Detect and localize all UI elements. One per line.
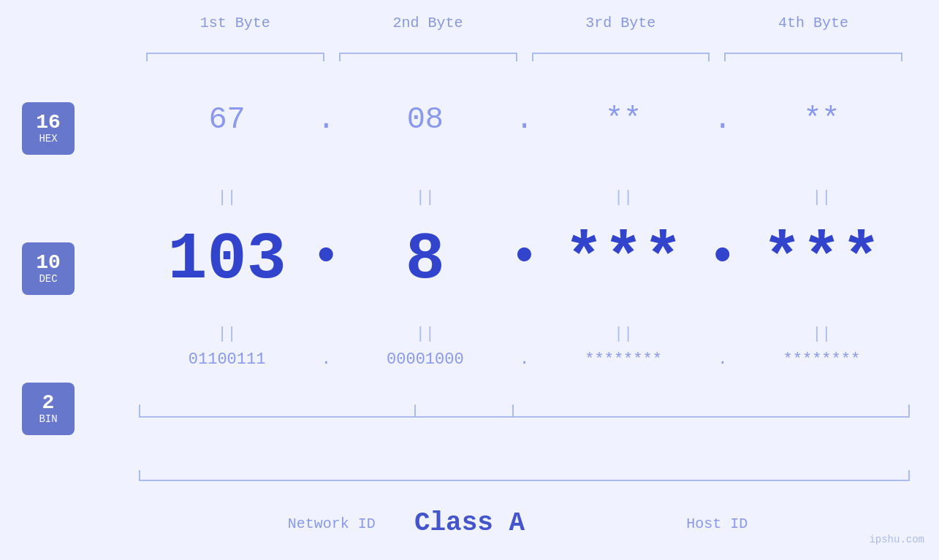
byte-header-4: 4th Byte: [717, 15, 910, 31]
bin-cell-2: 00001000: [337, 350, 513, 369]
bin-badge-number: 2: [42, 393, 55, 413]
hex-cell-1: 67: [139, 102, 315, 137]
hex-cell-3: **: [536, 102, 712, 137]
hex-dot-2: .: [514, 102, 536, 137]
hex-val-3: **: [605, 102, 642, 137]
eq2-s3: [712, 325, 734, 343]
dec-badge: 10 DEC: [22, 242, 75, 295]
dec-badge-label: DEC: [39, 273, 57, 285]
bin-row: 01100111 . 00001000 . ******** . *******…: [139, 350, 910, 369]
dec-dot-1: •: [315, 233, 337, 288]
bracket-b2: [339, 53, 517, 54]
eq2-c2: ||: [337, 325, 513, 343]
dec-val-3: ***: [564, 223, 683, 297]
eq2-s1: [315, 325, 337, 343]
dec-row: 103 • 8 • *** • ***: [139, 223, 910, 297]
dec-val-4: ***: [762, 223, 881, 297]
dec-cell-4: ***: [734, 223, 910, 297]
hex-row: 67 . 08 . ** . **: [139, 102, 910, 137]
host-id-bracket: [414, 404, 910, 418]
bin-dot-1: .: [315, 350, 337, 369]
bin-cell-4: ********: [734, 350, 910, 369]
eq2-s2: [514, 325, 536, 343]
byte-header-3: 3rd Byte: [525, 15, 718, 31]
bin-val-2: 00001000: [387, 350, 464, 369]
eq1-s2: [514, 188, 536, 207]
eq1-c4: ||: [734, 188, 910, 207]
bin-cell-3: ********: [536, 350, 712, 369]
bin-cell-1: 01100111: [139, 350, 315, 369]
eq2-c1: ||: [139, 325, 315, 343]
hex-val-2: 08: [407, 102, 444, 137]
watermark: ipshu.com: [869, 534, 924, 545]
grid-area: 67 . 08 . ** . ** || ||: [139, 66, 910, 502]
byte-header-1: 1st Byte: [139, 15, 332, 31]
byte-header-2: 2nd Byte: [332, 15, 525, 31]
eq1-c3: ||: [536, 188, 712, 207]
bottom-bracket-area: [139, 403, 910, 418]
class-label: Class A: [0, 508, 939, 538]
hex-badge-label: HEX: [39, 133, 57, 145]
bin-dot-3: .: [712, 350, 734, 369]
dec-dot-2: •: [514, 233, 536, 288]
hex-badge-number: 16: [36, 112, 61, 133]
main-bottom-bracket: [139, 480, 910, 481]
byte-headers-row: 1st Byte 2nd Byte 3rd Byte 4th Byte: [139, 15, 910, 31]
bin-val-1: 01100111: [189, 350, 266, 369]
bin-dot-2: .: [514, 350, 536, 369]
hex-badge: 16 HEX: [22, 102, 75, 155]
eq1-s3: [712, 188, 734, 207]
bracket-b4: [724, 53, 902, 54]
hex-dot-3: .: [712, 102, 734, 137]
bracket-b3: [532, 53, 710, 54]
hex-cell-4: **: [734, 102, 910, 137]
main-container: 1st Byte 2nd Byte 3rd Byte 4th Byte 16 H…: [0, 0, 939, 560]
bin-val-3: ********: [585, 350, 662, 369]
eq1-s1: [315, 188, 337, 207]
equals-row-1: || || || ||: [139, 188, 910, 207]
top-brackets: [139, 53, 910, 54]
eq2-c3: ||: [536, 325, 712, 343]
eq1-c2: ||: [337, 188, 513, 207]
bin-badge-label: BIN: [39, 413, 57, 425]
equals-row-2: || || || ||: [139, 325, 910, 343]
dec-cell-3: ***: [536, 223, 712, 297]
hex-val-4: **: [803, 102, 840, 137]
dec-val-2: 8: [406, 223, 445, 297]
bracket-b1: [146, 53, 324, 54]
base-labels-column: 16 HEX 10 DEC 2 BIN: [22, 102, 75, 435]
dec-badge-number: 10: [36, 253, 61, 273]
hex-val-1: 67: [208, 102, 245, 137]
dec-cell-1: 103: [139, 223, 315, 297]
hex-cell-2: 08: [337, 102, 513, 137]
dec-dot-3: •: [712, 233, 734, 288]
bin-badge: 2 BIN: [22, 383, 75, 435]
dec-cell-2: 8: [337, 223, 513, 297]
hex-dot-1: .: [315, 102, 337, 137]
bin-val-4: ********: [783, 350, 861, 369]
eq2-c4: ||: [734, 325, 910, 343]
dec-val-1: 103: [168, 223, 286, 297]
eq1-c1: ||: [139, 188, 315, 207]
